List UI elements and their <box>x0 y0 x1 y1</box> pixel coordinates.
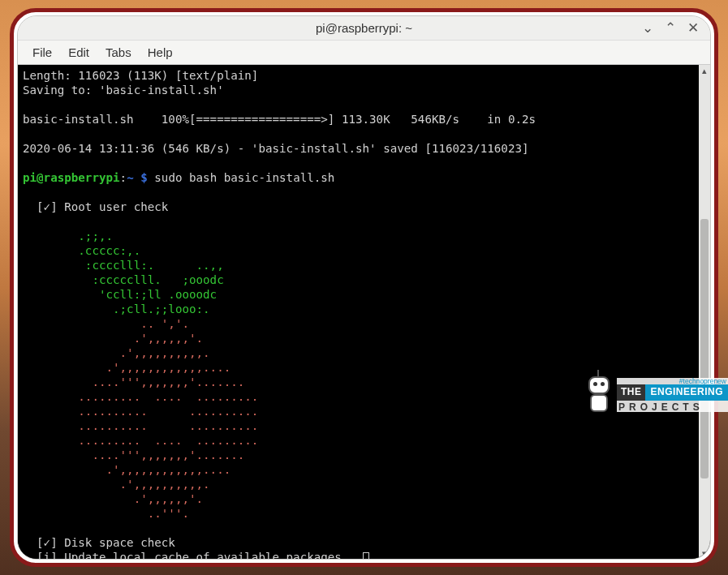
menu-help[interactable]: Help <box>143 44 178 61</box>
update-packages-line: [i] Update local cache of available pack… <box>23 551 363 559</box>
ascii-leaf: 'ccll:;ll .oooodc <box>23 288 217 301</box>
ascii-berry: .',,,,,,,,,,,,.... <box>23 463 230 476</box>
scroll-up-icon[interactable]: ▴ <box>699 65 710 76</box>
ascii-berry: .......... .......... <box>23 405 258 418</box>
vertical-scrollbar[interactable]: ▴ ▾ <box>699 65 710 559</box>
menubar: File Edit Tabs Help <box>18 41 710 65</box>
titlebar: pi@raspberrypi: ~ ⌄ ⌃ ✕ <box>18 16 710 41</box>
minimize-button[interactable]: ⌄ <box>642 19 653 36</box>
prompt-user: pi@raspberrypi <box>23 171 120 184</box>
ascii-berry: .',,,,,,,,,,. <box>23 346 210 359</box>
terminal-area: Length: 116023 (113K) [text/plain] Savin… <box>18 65 710 559</box>
terminal-output[interactable]: Length: 116023 (113K) [text/plain] Savin… <box>18 65 699 559</box>
window-controls: ⌄ ⌃ ✕ <box>642 19 699 36</box>
prompt-path: ~ $ <box>127 171 148 184</box>
ascii-berry: .',,,,,,,,,,,,.... <box>23 361 230 374</box>
ascii-berry: ....''',,,,,,,'....... <box>23 375 244 388</box>
maximize-button[interactable]: ⌃ <box>665 19 676 36</box>
window-title: pi@raspberrypi: ~ <box>316 21 412 35</box>
menu-edit[interactable]: Edit <box>63 44 94 61</box>
watermark-logo: #technoprenew THE ENGINEERING PROJECTS <box>581 371 728 418</box>
watermark-engineering: ENGINEERING <box>645 384 728 401</box>
ascii-berry: ......... .... ......... <box>23 390 258 403</box>
wget-length-line: Length: 116023 (113K) [text/plain] <box>23 69 258 82</box>
ascii-berry: ....''',,,,,,,'....... <box>23 448 244 461</box>
prompt-command: sudo bash basic-install.sh <box>148 171 335 184</box>
ascii-berry: .......... .......... <box>23 419 258 432</box>
wget-saving-line: Saving to: 'basic-install.sh' <box>23 84 224 97</box>
ascii-leaf: .;;,. <box>23 230 113 242</box>
disk-space-check: [✓] Disk space check <box>23 536 175 549</box>
ascii-berry: .. ','. <box>23 317 189 330</box>
menu-file[interactable]: File <box>28 44 57 61</box>
ascii-berry: .',,,,,,'. <box>23 332 203 345</box>
terminal-window: pi@raspberrypi: ~ ⌄ ⌃ ✕ File Edit Tabs H… <box>17 15 711 560</box>
wget-saved-line: 2020-06-14 13:11:36 (546 KB/s) - 'basic-… <box>23 142 529 155</box>
root-user-check: [✓] Root user check <box>23 200 168 213</box>
cursor-icon <box>363 552 369 559</box>
ascii-leaf: :cccclll:. ..,, <box>23 259 224 272</box>
ascii-berry: .',,,,,,,,,,. <box>23 478 210 491</box>
robot-icon <box>581 371 617 418</box>
scroll-down-icon[interactable]: ▾ <box>699 547 710 559</box>
ascii-leaf: :ccccclll. ;ooodc <box>23 273 224 286</box>
ascii-leaf: .ccccc:,. <box>23 244 140 257</box>
watermark-text: #technoprenew THE ENGINEERING PROJECTS <box>617 378 728 413</box>
ascii-leaf: .;cll.;;looo:. <box>23 303 210 315</box>
ascii-berry: ......... .... ......... <box>23 434 258 447</box>
watermark-the: THE <box>617 384 646 401</box>
watermark-projects: PROJECTS <box>617 401 728 412</box>
ascii-berry: .',,,,,,'. <box>23 492 203 505</box>
outer-frame: pi@raspberrypi: ~ ⌄ ⌃ ✕ File Edit Tabs H… <box>10 8 718 567</box>
watermark-hashtag: #technoprenew <box>617 378 728 385</box>
ascii-berry: ..'''. <box>23 507 189 520</box>
close-button[interactable]: ✕ <box>687 19 699 36</box>
prompt-sep: : <box>120 171 127 184</box>
scrollbar-thumb[interactable] <box>700 219 709 478</box>
wget-progress-line: basic-install.sh 100%[==================… <box>23 113 536 126</box>
menu-tabs[interactable]: Tabs <box>101 44 136 61</box>
